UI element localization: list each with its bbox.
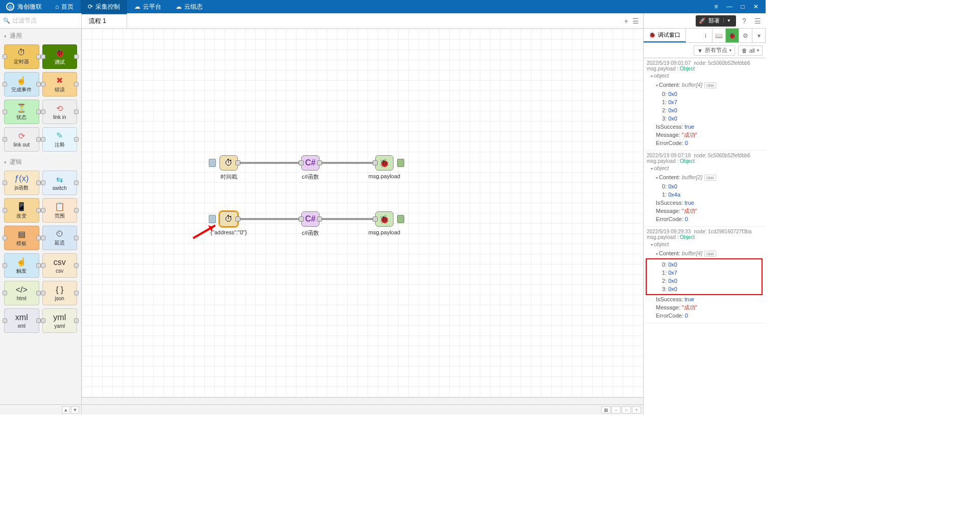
menu-icon[interactable]: ≡ <box>710 3 722 10</box>
palette-node-html[interactable]: </>html <box>4 281 39 305</box>
canvas-node-debug-1[interactable]: 🐞 msg.payload <box>375 155 394 171</box>
debug-filter-nodes[interactable]: ▼ 所有节点 ▾ <box>694 45 735 56</box>
deploy-button[interactable]: 🚀 部署 ▼ <box>696 15 736 27</box>
nav-home[interactable]: ⌂首页 <box>48 0 81 13</box>
range-icon: 📋 <box>55 202 65 211</box>
palette-node-linkout[interactable]: ⟳link out <box>4 127 39 152</box>
main-menu-button[interactable]: ☰ <box>752 16 763 26</box>
zoom-in-button[interactable]: + <box>632 406 641 414</box>
cloud-icon: ☁ <box>176 3 182 10</box>
close-button[interactable]: ✕ <box>750 3 762 10</box>
help-button[interactable]: ? <box>739 16 749 26</box>
palette-category-logic[interactable]: 逻辑 <box>0 155 81 170</box>
nav-collect[interactable]: ⟳采集控制 <box>81 0 127 13</box>
scroll-up-button[interactable]: ▲ <box>62 406 70 414</box>
palette-node-delay[interactable]: ⏲延迟 <box>42 226 78 250</box>
workspace: 流程 1 + ☰ ⏱ 时间戳 C# <box>82 13 643 415</box>
debug-toggle-button[interactable] <box>397 159 404 167</box>
tabs-menu-button[interactable]: ☰ <box>632 17 639 25</box>
sidebar-tab-more[interactable]: ▾ <box>752 29 766 42</box>
inject-button[interactable] <box>209 215 216 223</box>
canvas-node-inject-1[interactable]: ⏱ 时间戳 <box>219 155 238 171</box>
minimize-button[interactable]: — <box>724 3 735 10</box>
output-port[interactable] <box>317 216 322 222</box>
canvas-hscroll[interactable] <box>82 397 643 404</box>
app-logo: ◎ 海创微联 <box>0 3 48 11</box>
palette-node-linkin[interactable]: ⟲link in <box>42 100 78 124</box>
input-port[interactable] <box>299 216 304 222</box>
palette-node-complete[interactable]: ☝完成事件 <box>4 72 39 96</box>
sidebar-tab-debug[interactable]: 🐞 调试窗口 <box>644 29 686 42</box>
comment-icon: ✎ <box>56 131 63 140</box>
debug-clear-button[interactable]: 🗑 all ▾ <box>738 45 763 56</box>
palette-node-error[interactable]: ✖错误 <box>42 72 78 96</box>
csharp-icon: C# <box>305 214 315 224</box>
output-port[interactable] <box>235 160 240 165</box>
trigger-icon: ☝ <box>16 257 27 267</box>
debug-message[interactable]: 2022/5/19 09:07:18node: 5c5060b52fefdbb6… <box>644 151 766 227</box>
palette-node-change[interactable]: 📱改变 <box>4 198 39 223</box>
palette-node-timer[interactable]: ⏱定时器 <box>4 44 39 69</box>
function-icon: ƒ(x) <box>14 174 29 183</box>
csv-icon: csv <box>54 258 66 267</box>
sidebar-tab-config[interactable]: ⚙ <box>739 29 752 42</box>
output-port[interactable] <box>317 160 322 165</box>
canvas-node-inject-2[interactable]: ⏱ {"address":"0"} <box>219 211 238 227</box>
filter-nodes-input[interactable]: 🔍 过滤节点 <box>0 13 81 29</box>
error-icon: ✖ <box>56 76 63 85</box>
palette-node-template[interactable]: ▤模板 <box>4 226 39 250</box>
scroll-down-button[interactable]: ▼ <box>71 406 79 414</box>
input-port[interactable] <box>299 160 304 165</box>
palette-node-trigger[interactable]: ☝触发 <box>4 253 39 278</box>
palette-node-status[interactable]: ⏳状态 <box>4 100 39 124</box>
inject-button[interactable] <box>209 159 216 167</box>
debug-messages[interactable]: 2022/5/19 09:01:07node: 5c5060b52fefdbb6… <box>644 58 766 415</box>
zoom-reset-button[interactable]: ○ <box>622 406 631 414</box>
output-port[interactable] <box>235 216 240 222</box>
debug-message[interactable]: 2022/5/19 09:29:33node: 1cd298160727f3ba… <box>644 227 766 323</box>
switch-icon: ⇆ <box>56 175 63 184</box>
canvas-node-csharp-2[interactable]: C# c#函数 <box>301 211 320 227</box>
canvas-node-csharp-1[interactable]: C# c#函数 <box>301 155 320 171</box>
palette-category-common[interactable]: 通用 <box>0 29 81 43</box>
input-port[interactable] <box>373 160 378 165</box>
palette-node-csv[interactable]: csvcsv <box>42 253 78 278</box>
zoom-out-button[interactable]: − <box>611 406 621 414</box>
node-palette: 🔍 过滤节点 通用 ⏱定时器 🐞调试 ☝完成事件 ✖错误 ⏳状态 ⟲link i… <box>0 13 82 415</box>
add-tab-button[interactable]: + <box>624 17 628 25</box>
nav-scada[interactable]: ☁云组态 <box>168 0 210 13</box>
flow-tabs: 流程 1 + ☰ <box>82 13 643 29</box>
flow-tab-1[interactable]: 流程 1 <box>82 13 127 28</box>
palette-node-debug[interactable]: 🐞调试 <box>42 44 78 69</box>
maximize-button[interactable]: □ <box>737 3 748 10</box>
xml-icon: xml <box>15 313 28 322</box>
palette-node-json[interactable]: { }json <box>42 281 78 305</box>
clock-icon: ⏱ <box>225 158 233 167</box>
debug-message[interactable]: 2022/5/19 09:01:07node: 5c5060b52fefdbb6… <box>644 58 766 151</box>
app-name: 海创微联 <box>17 3 42 11</box>
palette-node-switch[interactable]: ⇆switch <box>42 171 78 195</box>
flow-canvas[interactable]: ⏱ 时间戳 C# c#函数 🐞 msg.payload <box>82 29 643 397</box>
json-icon: { } <box>56 285 63 295</box>
nav-cloud[interactable]: ☁云平台 <box>127 0 168 13</box>
wire <box>314 218 378 220</box>
palette-node-jsfunc[interactable]: ƒ(x)js函数 <box>4 171 39 195</box>
nav-button[interactable]: ▦ <box>601 406 610 414</box>
input-port[interactable] <box>373 216 378 222</box>
palette-node-yaml[interactable]: ymlyaml <box>42 308 78 333</box>
palette-node-xml[interactable]: xmlxml <box>4 308 39 333</box>
delay-icon: ⏲ <box>56 229 64 238</box>
window-controls: ≡ — □ ✕ <box>710 3 766 10</box>
canvas-node-debug-2[interactable]: 🐞 msg.payload <box>375 211 394 227</box>
deploy-icon: 🚀 <box>699 17 706 24</box>
palette-node-range[interactable]: 📋范围 <box>42 198 78 223</box>
sidebar-tab-debug-icon[interactable]: 🐞 <box>726 29 739 42</box>
hourglass-icon: ⏳ <box>16 103 27 113</box>
sidebar-tab-help[interactable]: 📖 <box>713 29 726 42</box>
sidebar-tab-info[interactable]: i <box>699 29 713 42</box>
debug-toggle-button[interactable] <box>397 215 404 223</box>
change-icon: 📱 <box>16 202 27 211</box>
palette-node-comment[interactable]: ✎注释 <box>42 127 78 152</box>
search-icon: 🔍 <box>3 17 10 24</box>
wire <box>235 162 304 164</box>
